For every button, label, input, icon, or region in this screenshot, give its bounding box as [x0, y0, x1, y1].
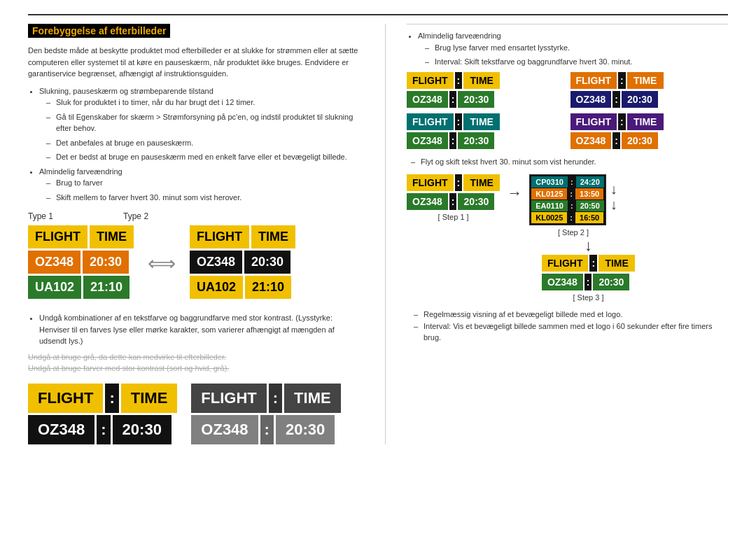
sm-board-b-data: OZ348 : 20:30 — [570, 91, 729, 108]
type1-header-flight: FLIGHT — [28, 225, 88, 248]
sm-board-b-header: FLIGHT : TIME — [570, 72, 729, 89]
type1-2030: 20:30 — [83, 251, 129, 274]
type1-ua102: UA102 — [28, 276, 81, 299]
smb-flight: FLIGHT — [570, 72, 617, 89]
right-dash-1b: Interval: Skift tekstfarve og baggrundfa… — [435, 56, 728, 68]
sm-boards-grid: FLIGHT : TIME OZ348 : 20:30 FLIGHT : — [407, 72, 728, 149]
left-column: Forebyggelse af efterbilleder Den bedste… — [28, 24, 364, 444]
type-labels-row: Type 1 Type 2 — [28, 211, 364, 221]
s3-colon-d: : — [584, 274, 592, 290]
types-row: FLIGHT TIME OZ348 20:30 UA102 21:10 ⟺ — [28, 225, 364, 301]
sr1-time: 24:20 — [576, 176, 604, 188]
type1-label: Type 1 — [28, 211, 53, 221]
type2-2110: 21:10 — [245, 276, 291, 299]
step2-content: CP0310 : 24:20 KL0125 : 13:50 EA0110 — [529, 174, 617, 225]
sr1-colon: : — [569, 176, 575, 188]
down-arrows-icon: ↓ ↓ — [610, 181, 617, 225]
lb2-colon-header: : — [269, 384, 282, 413]
type1-oz348: OZ348 — [28, 251, 80, 274]
step3-header: FLIGHT : TIME — [542, 255, 635, 272]
lb2-flight: FLIGHT — [191, 384, 266, 413]
grayed-text-2: Undgå at bruge farver med stor kontrast … — [28, 364, 364, 372]
scroll-board: CP0310 : 24:20 KL0125 : 13:50 EA0110 — [529, 174, 606, 225]
right-dash-2: Flyt og skift tekst hvert 30. minut som … — [421, 156, 728, 168]
smd-flight: FLIGHT — [570, 113, 617, 130]
right-bullet-1: Almindelig farveændring Brug lyse farver… — [418, 30, 728, 68]
smd-2030: 20:30 — [622, 132, 658, 149]
type1-data-row2: UA102 21:10 — [28, 276, 134, 299]
type2-header-row: FLIGHT TIME — [190, 225, 295, 248]
smb-oz348: OZ348 — [570, 91, 612, 108]
lb1-2030: 20:30 — [113, 415, 172, 444]
smd-oz348: OZ348 — [570, 132, 612, 149]
lb1-colon-data: : — [97, 415, 110, 444]
top-rule — [28, 14, 728, 15]
s3-colon-h: : — [589, 255, 597, 272]
type2-header-time: TIME — [251, 225, 295, 248]
step2-col: CP0310 : 24:20 KL0125 : 13:50 EA0110 — [529, 174, 617, 237]
sm-board-a: FLIGHT : TIME OZ348 : 20:30 — [407, 72, 565, 108]
s1-flight: FLIGHT — [407, 174, 454, 191]
sma-time: TIME — [463, 72, 500, 89]
right-bullet-list: Almindelig farveændring Brug lyse farver… — [418, 30, 728, 68]
final-dash-1: Regelmæssig visning af et bevægeligt bil… — [424, 309, 728, 321]
content-area: Forebyggelse af efterbilleder Den bedste… — [28, 24, 728, 444]
lb2-2030: 20:30 — [276, 415, 335, 444]
step1-header: FLIGHT : TIME — [407, 174, 500, 191]
sma-colon-h: : — [455, 72, 463, 89]
scroll-row-1: CP0310 : 24:20 — [531, 176, 604, 188]
sm-board-c: FLIGHT : TIME OZ348 : 20:30 — [407, 113, 565, 149]
sm-board-b: FLIGHT : TIME OZ348 : 20:30 — [570, 72, 729, 108]
large-board-2: FLIGHT : TIME OZ348 : 20:30 — [191, 384, 340, 444]
smb-colon-d: : — [612, 91, 620, 108]
sm-board-c-header: FLIGHT : TIME — [407, 113, 565, 130]
step1-col: FLIGHT : TIME OZ348 : 20:30 [ Step 1 ] — [407, 174, 500, 221]
avoid-list: Undgå kombinationer af en tekstfarve og … — [39, 312, 364, 347]
sm-board-d: FLIGHT : TIME OZ348 : 20:30 — [570, 113, 729, 149]
type1-header-row: FLIGHT TIME — [28, 225, 134, 248]
type1-board: FLIGHT TIME OZ348 20:30 UA102 21:10 — [28, 225, 134, 301]
sma-flight: FLIGHT — [407, 72, 454, 89]
smc-flight: FLIGHT — [407, 113, 454, 130]
smc-2030: 20:30 — [458, 132, 494, 149]
sr2-colon: : — [568, 188, 574, 199]
type2-header-flight: FLIGHT — [190, 225, 249, 248]
sr3-code: EA0110 — [531, 200, 568, 211]
sr2-time: 13:50 — [575, 188, 603, 199]
sr4-code: KL0025 — [531, 212, 567, 223]
final-dash-1b: Interval: Vis et bevægeligt billede samm… — [424, 321, 728, 344]
step1-data: OZ348 : 20:30 — [407, 193, 500, 210]
smc-time: TIME — [463, 113, 500, 130]
step-arrow-right: → — [507, 184, 522, 202]
sr4-colon: : — [568, 212, 574, 223]
smc-colon-d: : — [449, 132, 457, 149]
s1-oz348: OZ348 — [407, 193, 448, 210]
bullet-item-2: Almindelig farveændring Brug to farver S… — [39, 166, 364, 204]
type2-2030: 20:30 — [244, 251, 290, 274]
smb-2030: 20:30 — [622, 91, 658, 108]
sma-oz348: OZ348 — [407, 91, 448, 108]
sr4-time: 16:50 — [575, 212, 603, 223]
right-dash-1: Brug lyse farver med ensartet lysstyrke. — [435, 42, 728, 54]
sr1-code: CP0310 — [531, 176, 568, 188]
step1-label: [ Step 1 ] — [438, 213, 469, 221]
step3-label: [ Step 3 ] — [573, 293, 603, 302]
dash-item-4: Brug to farver — [56, 177, 364, 189]
section-title: Forebyggelse af efterbilleder — [28, 24, 170, 38]
sm-board-d-data: OZ348 : 20:30 — [570, 132, 729, 149]
top-divider-right — [407, 24, 728, 24]
type1-2110: 21:10 — [83, 276, 130, 299]
large-board1-header: FLIGHT : TIME — [28, 384, 177, 413]
smd-colon-h: : — [618, 113, 626, 130]
page: Forebyggelse af efterbilleder Den bedste… — [0, 0, 756, 458]
sm-board-a-data: OZ348 : 20:30 — [407, 91, 565, 108]
dash-item-1: Sluk for produktet i to timer, når du ha… — [56, 97, 364, 108]
main-bullet-list: Slukning, pauseskærm og strømbeparende t… — [39, 85, 364, 204]
step1-board: FLIGHT : TIME OZ348 : 20:30 — [407, 174, 500, 210]
type2-oz348: OZ348 — [190, 251, 242, 274]
sma-2030: 20:30 — [458, 91, 494, 108]
lb1-oz348: OZ348 — [28, 415, 94, 444]
swap-arrow-icon: ⟺ — [148, 252, 176, 275]
large-board1-data: OZ348 : 20:30 — [28, 415, 177, 444]
s3-2030: 20:30 — [593, 274, 629, 290]
